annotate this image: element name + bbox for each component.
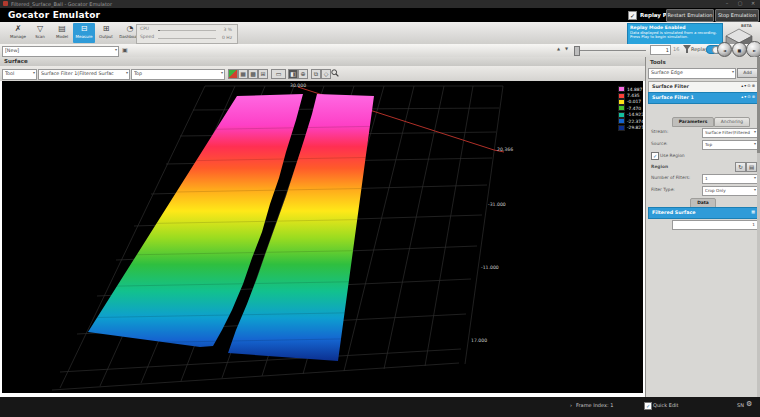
output-row-filtered-surface[interactable]: Filtered Surface ▦ xyxy=(648,207,758,219)
scenario-bar: [New] ▾ ▣ ▲ ▼ xyxy=(0,44,760,58)
add-tool-dropdown[interactable]: Surface Edge ▾ xyxy=(648,68,736,79)
isometric-cube-icon[interactable]: ◇ xyxy=(321,69,331,79)
heightmap-view-icon[interactable] xyxy=(228,69,238,79)
step-back-icon: ◄ xyxy=(723,47,726,52)
replay-slider-thumb[interactable] xyxy=(574,46,580,56)
legend-swatch xyxy=(618,86,625,92)
source-dropdown[interactable]: Top ▾ xyxy=(702,140,758,150)
save-scenario-icon[interactable]: ▣ xyxy=(122,46,128,53)
restart-emulation-button[interactable]: Restart Emulation xyxy=(666,9,714,22)
legend-swatch xyxy=(618,93,625,99)
zoom-icon[interactable] xyxy=(331,69,339,77)
frame-index-label: Frame Index: 1 xyxy=(576,402,613,408)
legend-swatch xyxy=(618,105,625,111)
add-tool-button[interactable]: Add xyxy=(737,68,758,78)
status-bar: › Frame Index: 1 ✓ Quick Edit SN ⚙ xyxy=(0,397,760,417)
filter-type-dropdown[interactable]: Crop Only ▾ xyxy=(702,186,758,196)
region-reset-icon[interactable]: ↻ xyxy=(735,162,746,172)
num-filters-label: Number of Filters: xyxy=(651,175,690,180)
tools-panel: Tools Surface Edge ▾ Add Surface Filter … xyxy=(645,57,760,397)
legend-row: -22.374 xyxy=(618,118,643,124)
surface-3d-scene xyxy=(2,81,643,393)
legend-row: -29.827 xyxy=(618,124,643,130)
chevron-down-icon: ▾ xyxy=(754,175,756,180)
legend-row: -0.017 xyxy=(618,99,643,105)
scenario-dropdown[interactable]: [New] ▾ xyxy=(2,46,119,57)
filter-stream-dropdown[interactable]: Surface Filter 1(Filtered Surfac ▾ xyxy=(38,69,130,80)
nav-scan[interactable]: ▽ Scan xyxy=(29,23,51,43)
mesh-view-icon[interactable]: ▩ xyxy=(248,69,258,79)
manage-icon: ✗ xyxy=(7,24,29,34)
sn-label: SN xyxy=(737,402,744,408)
tools-panel-title: Tools xyxy=(650,59,666,65)
replay-protection-checkbox[interactable]: ✓ xyxy=(628,11,637,20)
cpu-track xyxy=(158,30,216,31)
tool-dropdown[interactable]: Tool ▾ xyxy=(2,69,37,80)
notice-body: Data displayed is simulated from a recor… xyxy=(630,31,720,40)
chevron-down-icon: ▾ xyxy=(33,70,35,75)
quad-view-icon[interactable]: ⊞ xyxy=(258,69,268,79)
tool-row-icons[interactable]: ⊙⊗ xyxy=(747,94,756,99)
tab-anchoring[interactable]: Anchoring xyxy=(714,117,750,127)
viewport-frame: 30.000 20.366 -31.000 -11.000 17.000 14.… xyxy=(0,81,645,397)
maximize-button[interactable]: ▢ xyxy=(735,0,745,6)
quick-edit-label[interactable]: Quick Edit xyxy=(653,402,678,408)
tool-row-icons[interactable]: ⊙⊗ xyxy=(747,83,756,88)
view-3d-icon[interactable]: ◧ xyxy=(288,69,298,79)
use-region-checkbox[interactable]: ✓ xyxy=(651,152,659,160)
nav-manage[interactable]: ✗ Manage xyxy=(7,23,29,43)
fit-screen-icon[interactable]: ▭ xyxy=(271,69,286,79)
stop-playback-button[interactable]: ■ xyxy=(732,42,747,57)
orientation-dropdown[interactable]: Top ▾ xyxy=(131,69,225,80)
height-legend: 14.887 7.435 -0.017 -7.470 -14.922 -22.3… xyxy=(618,86,643,131)
model-icon: ▤ xyxy=(51,24,73,34)
chevron-down-icon: ▾ xyxy=(221,70,223,75)
tool-row-surface-filter-1[interactable]: Surface Filter 1 ▴▾⊙⊗ xyxy=(648,92,758,104)
cpu-fill xyxy=(158,30,160,31)
quick-edit-checkbox[interactable]: ✓ xyxy=(644,402,652,410)
gear-icon[interactable]: ⚙ xyxy=(746,400,752,408)
nav-model[interactable]: ▤ Model xyxy=(51,23,73,43)
region-label: Region xyxy=(651,164,668,169)
step-back-button[interactable]: ◄ xyxy=(717,42,732,57)
snapshot-icon[interactable]: ⧉ xyxy=(311,69,321,79)
right-axis-tick-1: -31.000 xyxy=(488,202,506,207)
legend-swatch xyxy=(618,118,625,124)
frame-number-input[interactable]: 1 xyxy=(650,45,671,55)
arrow-down-icon[interactable]: ▼ xyxy=(565,46,568,51)
play-button[interactable]: ► xyxy=(746,41,760,58)
minimize-button[interactable]: – xyxy=(722,0,732,6)
legend-swatch xyxy=(618,99,625,105)
filter-funnel-icon[interactable] xyxy=(683,45,691,54)
output-icon[interactable]: ▦ xyxy=(751,209,756,214)
speed-label: Speed xyxy=(140,34,154,39)
view-2d-icon[interactable]: ⊕ xyxy=(298,69,308,79)
stop-emulation-button[interactable]: Stop Emulation xyxy=(715,9,759,22)
scan-icon: ▽ xyxy=(29,24,51,34)
tab-parameters[interactable]: Parameters xyxy=(672,117,714,127)
nav-output[interactable]: ⊞ Output xyxy=(95,23,117,43)
nav-measure[interactable]: ⊟ Measure xyxy=(73,23,95,43)
speed-value: 0 Hz xyxy=(222,35,232,40)
replay-position-slider[interactable] xyxy=(574,50,646,51)
legend-row: -14.922 xyxy=(618,112,643,118)
arrow-up-icon[interactable]: ▲ xyxy=(557,46,560,51)
play-icon: ► xyxy=(753,47,756,52)
stream-dropdown[interactable]: Surface Filter(Filtered Su… ▾ xyxy=(702,128,758,138)
close-button[interactable]: ✕ xyxy=(748,0,758,6)
source-label: Source: xyxy=(651,141,668,146)
chevron-down-icon: ▾ xyxy=(115,47,117,52)
legend-row: -7.470 xyxy=(618,105,643,111)
surface-view-toolbar: Tool ▾ Surface Filter 1(Filtered Surfac … xyxy=(0,66,645,82)
use-region-label: Use Region xyxy=(660,153,685,158)
num-filters-dropdown[interactable]: 1 ▾ xyxy=(702,174,758,184)
surface-3d-viewport[interactable]: 30.000 20.366 -31.000 -11.000 17.000 14.… xyxy=(2,81,643,393)
app-header-bar: Gocator Emulator ✓ Replay Protection Res… xyxy=(0,8,760,22)
measure-icon: ⊟ xyxy=(73,24,95,34)
region-edit-icon[interactable]: ▤ xyxy=(746,162,757,172)
system-meters: CPU 3 % Speed 0 Hz xyxy=(136,24,238,44)
chevron-down-icon: ▾ xyxy=(754,141,756,146)
intensity-view-icon[interactable]: ▦ xyxy=(238,69,248,79)
frame-index-expander[interactable]: › xyxy=(570,402,572,408)
output-value-field[interactable]: 1 xyxy=(672,220,758,230)
